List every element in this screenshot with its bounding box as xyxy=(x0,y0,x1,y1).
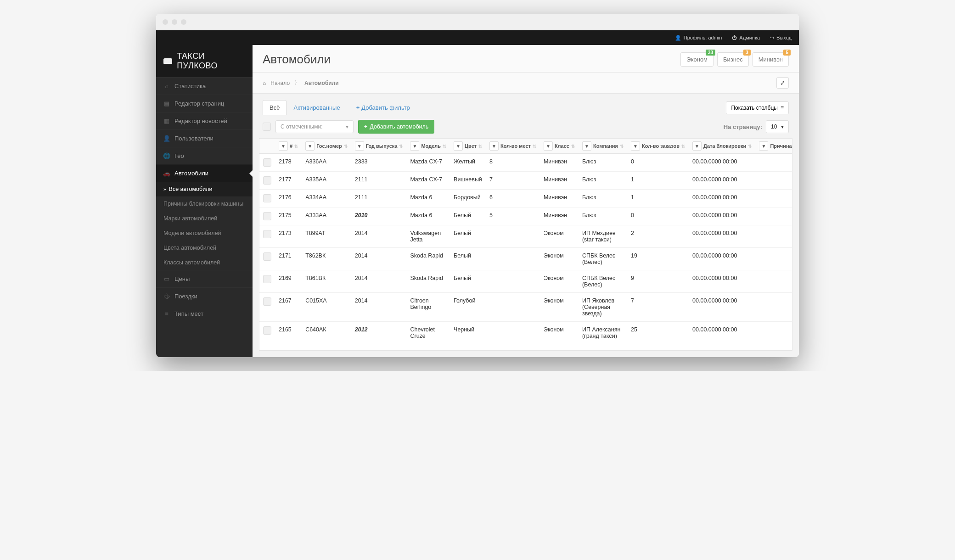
news-icon: ▦ xyxy=(163,118,170,124)
add-filter-button[interactable]: +Добавить фильтр xyxy=(356,104,410,111)
row-checkbox[interactable] xyxy=(263,275,271,283)
filter-button[interactable]: ▼ xyxy=(582,141,591,151)
filter-button[interactable]: ▼ xyxy=(305,141,315,151)
row-checkbox[interactable] xyxy=(263,158,271,167)
row-checkbox[interactable] xyxy=(263,326,271,335)
cell-id: 2175 xyxy=(275,207,302,225)
column-header: Модель xyxy=(421,143,441,149)
nav-trips[interactable]: ⛗Поездки xyxy=(156,287,253,305)
table-row[interactable]: 2165 С640АК 2012 Chevrolet Cruze Черный … xyxy=(259,322,792,344)
cell-orders: 19 xyxy=(627,248,689,270)
table-row[interactable]: 2177 А335АА 2111 Mazda CX-7 Вишневый 7 М… xyxy=(259,172,792,190)
cell-class: Минивэн xyxy=(540,190,579,207)
table-row[interactable]: 2175 А333АА 2010 Mazda 6 Белый 5 Минивэн… xyxy=(259,207,792,225)
filter-button[interactable]: ▼ xyxy=(410,141,419,151)
row-checkbox[interactable] xyxy=(263,176,271,185)
sort-icon[interactable]: ⇅ xyxy=(344,144,348,149)
cell-class: Эконом xyxy=(540,270,579,293)
nav-pages[interactable]: ▤Редактор страниц xyxy=(156,95,253,112)
nav-geo[interactable]: 🌐Гео xyxy=(156,147,253,164)
table-row[interactable]: 2169 Т861ВК 2014 Skoda Rapid Белый Эконо… xyxy=(259,270,792,293)
sort-icon[interactable]: ⇅ xyxy=(748,144,752,149)
cell-seats: 8 xyxy=(486,154,540,172)
row-checkbox[interactable] xyxy=(263,230,271,238)
cell-company: ИП Яковлев (Северная звезда) xyxy=(579,293,627,322)
table-row[interactable]: 2171 Т862ВК 2014 Skoda Rapid Белый Эконо… xyxy=(259,248,792,270)
cell-color: Черный xyxy=(450,322,486,344)
nav-news[interactable]: ▦Редактор новостей xyxy=(156,112,253,129)
row-checkbox[interactable] xyxy=(263,194,271,202)
chevron-right-icon: » xyxy=(163,187,166,192)
cell-seats xyxy=(486,248,540,270)
nav-users[interactable]: 👤Пользователи xyxy=(156,129,253,147)
class-badge[interactable]: Эконом33 xyxy=(680,52,713,67)
column-header: Гос.номер xyxy=(316,143,342,149)
sub-brands[interactable]: Марки автомобилей xyxy=(156,211,253,226)
class-badge[interactable]: Бизнес3 xyxy=(717,52,749,67)
fullscreen-button[interactable]: ⤢ xyxy=(776,77,789,89)
cell-plate: С640АК xyxy=(302,322,351,344)
logout-link[interactable]: ↪Выход xyxy=(770,35,792,41)
cell-blocked: 00.00.0000 00:00 xyxy=(689,322,755,344)
filter-button[interactable]: ▼ xyxy=(279,141,288,151)
nav-place-types[interactable]: ≡Типы мест xyxy=(156,305,253,322)
badge-count: 5 xyxy=(783,50,791,56)
filter-button[interactable]: ▼ xyxy=(489,141,499,151)
sort-icon[interactable]: ⇅ xyxy=(533,144,536,149)
cell-class: Минивэн xyxy=(540,207,579,225)
cell-orders: 2 xyxy=(627,225,689,248)
row-checkbox[interactable] xyxy=(263,297,271,306)
sub-classes[interactable]: Классы автомобилей xyxy=(156,255,253,270)
row-checkbox[interactable] xyxy=(263,212,271,220)
filter-button[interactable]: ▼ xyxy=(454,141,463,151)
cell-plate: А334АА xyxy=(302,190,351,207)
sub-models[interactable]: Модели автомобилей xyxy=(156,226,253,241)
row-checkbox[interactable] xyxy=(263,252,271,261)
profile-link[interactable]: 👤Профиль: admin xyxy=(675,35,722,41)
sort-icon[interactable]: ⇅ xyxy=(443,144,446,149)
table-row[interactable]: 2173 Т899АТ 2014 Volkswagen Jetta Белый … xyxy=(259,225,792,248)
table-row[interactable]: 2167 С015ХА 2014 Citroen Berlingo Голубо… xyxy=(259,293,792,322)
show-columns-button[interactable]: Показать столбцы≡ xyxy=(726,101,789,114)
filter-button[interactable]: ▼ xyxy=(631,141,640,151)
cell-year: 2014 xyxy=(351,270,407,293)
cell-blocked: 00.00.0000 00:00 xyxy=(689,190,755,207)
chevron-down-icon: ▾ xyxy=(346,123,348,130)
admin-link[interactable]: ⏻Админка xyxy=(732,35,760,40)
cell-reason xyxy=(755,322,792,344)
class-badge[interactable]: Минивэн5 xyxy=(753,52,789,67)
cell-year: 2111 xyxy=(351,172,407,190)
sub-colors[interactable]: Цвета автомобилей xyxy=(156,241,253,255)
tab-activated[interactable]: Активированные xyxy=(286,100,347,115)
filter-button[interactable]: ▼ xyxy=(759,141,768,151)
cell-color: Голубой xyxy=(450,293,486,322)
per-page-label: На страницу: xyxy=(724,123,762,130)
cell-seats xyxy=(486,225,540,248)
tab-all[interactable]: Всё xyxy=(263,100,286,115)
nav-cars[interactable]: 🚗Автомобили xyxy=(156,164,253,182)
table-row[interactable]: 2178 А336АА 2333 Mazda CX-7 Желтый 8 Мин… xyxy=(259,154,792,172)
per-page-select[interactable]: 10▾ xyxy=(766,120,789,133)
filter-button[interactable]: ▼ xyxy=(355,141,364,151)
sort-icon[interactable]: ⇅ xyxy=(478,144,482,149)
filter-button[interactable]: ▼ xyxy=(544,141,553,151)
sort-icon[interactable]: ⇅ xyxy=(681,144,685,149)
select-all-checkbox[interactable] xyxy=(263,123,271,131)
sort-icon[interactable]: ⇅ xyxy=(571,144,575,149)
sub-all-cars[interactable]: »Все автомобили xyxy=(156,182,253,196)
add-car-button[interactable]: +Добавить автомобиль xyxy=(358,120,434,134)
nav-prices[interactable]: ▭Цены xyxy=(156,270,253,287)
window-titlebar xyxy=(156,14,799,30)
sub-block-reasons[interactable]: Причины блокировки машины xyxy=(156,196,253,211)
sort-icon[interactable]: ⇅ xyxy=(294,144,298,149)
cell-year: 2333 xyxy=(351,154,407,172)
sort-icon[interactable]: ⇅ xyxy=(399,144,403,149)
crumb-home[interactable]: Начало xyxy=(270,80,290,86)
nav-stats[interactable]: ⌂Статистика xyxy=(156,77,253,95)
table-row[interactable]: 2176 А334АА 2111 Mazda 6 Бордовый 6 Мини… xyxy=(259,190,792,207)
bulk-action-select[interactable]: С отмеченными:▾ xyxy=(275,120,354,133)
cell-class: Эконом xyxy=(540,248,579,270)
home-icon: ⌂ xyxy=(163,83,170,90)
filter-button[interactable]: ▼ xyxy=(692,141,702,151)
sort-icon[interactable]: ⇅ xyxy=(620,144,624,149)
